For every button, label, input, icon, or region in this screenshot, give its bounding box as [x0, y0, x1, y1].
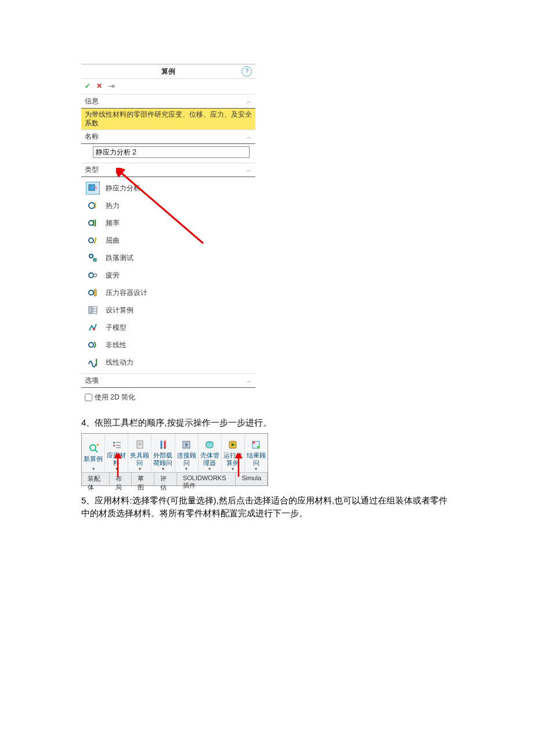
svg-rect-27: [183, 441, 186, 448]
study-type-icon: [86, 304, 100, 316]
type-item[interactable]: 压力容器设计: [81, 284, 255, 301]
toolbar-icon: ✦: [88, 442, 99, 454]
svg-rect-28: [187, 441, 190, 448]
toolbar-icon: [158, 439, 168, 451]
chevron-up-icon[interactable]: ︿: [246, 133, 252, 141]
info-header: 信息: [85, 96, 99, 106]
toolbar-label: 结果顾问: [247, 452, 266, 466]
study-type-icon: [86, 199, 100, 212]
toolbar-button[interactable]: 夹具顾问▾: [128, 434, 151, 472]
type-label: 热力: [106, 201, 120, 211]
toolbar-label: 壳体管理器: [200, 452, 219, 466]
use-2d-label: 使用 2D 简化: [95, 393, 135, 402]
step4-text: 4、依照工具栏的顺序,按提示操作一步一步进行。: [81, 416, 453, 430]
caret-down-icon: ▾: [208, 466, 211, 471]
study-type-icon: [86, 321, 100, 334]
name-header: 名称: [85, 132, 99, 142]
use-2d-checkbox-row[interactable]: 使用 2D 简化: [85, 390, 252, 402]
toolbar-button[interactable]: 应用材料▾: [105, 434, 128, 472]
type-item[interactable]: 子模型: [81, 319, 255, 336]
svg-rect-20: [113, 445, 115, 447]
svg-point-2: [89, 221, 93, 225]
toolbar-label: 外部载荷顾问: [153, 452, 172, 466]
ok-icon[interactable]: ✓: [85, 82, 91, 90]
panel-title: 算例: [161, 67, 175, 77]
toolbar-button[interactable]: 结果顾问▾: [245, 434, 268, 472]
toolbar-button[interactable]: 外部载荷顾问▾: [151, 434, 175, 472]
study-type-icon: [86, 234, 100, 247]
study-type-icon: [86, 269, 100, 282]
type-label: 非线性: [106, 340, 127, 350]
type-item[interactable]: 频率: [81, 214, 255, 232]
pin-icon[interactable]: ⇥: [108, 81, 115, 91]
study-type-icon: [86, 217, 100, 229]
caret-down-icon: ▾: [255, 466, 257, 471]
chevron-up-icon[interactable]: ︿: [246, 166, 252, 174]
toolbar-icon: [181, 439, 192, 451]
type-label: 压力容器设计: [106, 288, 147, 298]
chevron-up-icon[interactable]: ︿: [246, 377, 252, 385]
study-name-input[interactable]: [93, 146, 250, 158]
step5-text: 5、应用材料:选择零件(可批量选择),然后点击选择适合的应用材料,也可以通过在组…: [81, 494, 453, 520]
svg-rect-19: [113, 442, 115, 444]
svg-point-14: [89, 343, 93, 347]
svg-rect-9: [89, 307, 92, 314]
toolbar-icon: [111, 439, 122, 451]
type-item[interactable]: 屈曲: [81, 232, 255, 249]
svg-rect-34: [252, 441, 255, 444]
type-item[interactable]: 疲劳: [81, 267, 255, 284]
type-item[interactable]: 线性动力: [81, 354, 255, 371]
options-header: 选项: [85, 376, 99, 386]
svg-point-3: [89, 238, 93, 243]
cancel-icon[interactable]: ✕: [96, 82, 102, 90]
tab[interactable]: 评估: [154, 473, 177, 485]
tab[interactable]: 装配体: [82, 473, 110, 485]
svg-rect-5: [93, 258, 96, 261]
caret-down-icon: ▾: [139, 466, 141, 471]
chevron-up-icon[interactable]: ︿: [246, 98, 252, 106]
toolbar-button[interactable]: 壳体管理器▾: [199, 434, 222, 472]
toolbar-label: 新算例: [84, 455, 103, 462]
type-label: 频率: [106, 218, 120, 228]
caret-down-icon: ▾: [162, 466, 164, 471]
svg-point-7: [89, 290, 93, 295]
type-item[interactable]: 设计算例: [81, 301, 255, 319]
toolbar-button[interactable]: 连接顾问▾: [175, 434, 199, 472]
type-item[interactable]: 热力: [81, 197, 255, 214]
svg-point-13: [93, 328, 95, 330]
type-label: 疲劳: [106, 271, 120, 280]
simulation-toolbar: ✦新算例▾应用材料▾夹具顾问▾外部载荷顾问▾连接顾问▾壳体管理器▾运行此算例▾结…: [82, 434, 268, 473]
toolbar-icon: [251, 439, 261, 451]
help-icon[interactable]: ?: [241, 66, 252, 77]
toolbar-button[interactable]: ✦新算例▾: [82, 434, 105, 472]
svg-point-1: [89, 203, 95, 208]
study-type-icon: [86, 286, 100, 299]
tab[interactable]: Simula: [236, 473, 268, 485]
caret-down-icon: ▾: [116, 466, 118, 471]
toolbar-label: 夹具顾问: [130, 452, 149, 466]
toolbar-button[interactable]: 运行此算例▾: [222, 434, 245, 472]
info-banner: 为带线性材料的零部件研究应变、位移、应力、及安全系数: [81, 109, 255, 130]
caret-down-icon: ▾: [232, 466, 234, 471]
tab[interactable]: 草图: [132, 473, 154, 485]
toolbar-label: 应用材料: [107, 452, 126, 466]
type-label: 跌落测试: [106, 253, 134, 263]
toolbar-label: 运行此算例: [223, 452, 243, 466]
study-type-icon: [86, 339, 100, 351]
toolbar-icon: [204, 439, 215, 451]
tabbar: 装配体布局草图评估SOLIDWORKS 插件Simula: [82, 473, 268, 485]
type-label: 设计算例: [106, 305, 134, 315]
tab[interactable]: SOLIDWORKS 插件: [177, 473, 236, 485]
svg-rect-0: [89, 185, 95, 190]
svg-rect-10: [93, 307, 97, 314]
use-2d-checkbox[interactable]: [85, 394, 92, 401]
type-header: 类型: [85, 165, 99, 175]
type-label: 线性动力: [106, 358, 134, 368]
type-list: 静应力分析热力频率屈曲跌落测试疲劳压力容器设计设计算例子模型非线性线性动力: [81, 177, 255, 374]
svg-rect-8: [94, 289, 96, 296]
tab[interactable]: 布局: [110, 473, 132, 485]
type-item[interactable]: 非线性: [81, 336, 255, 354]
type-item[interactable]: 跌落测试: [81, 249, 255, 267]
type-item[interactable]: 静应力分析: [81, 179, 255, 197]
toolbar-icon: [228, 439, 238, 451]
